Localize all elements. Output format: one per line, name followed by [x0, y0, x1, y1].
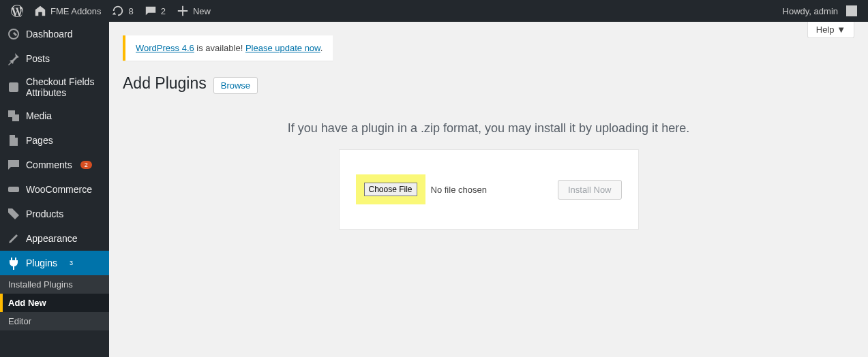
updates-count: 8	[128, 6, 133, 16]
menu-label: Dashboard	[26, 29, 73, 40]
menu-label: Posts	[26, 53, 50, 64]
dashboard-icon	[7, 27, 20, 41]
menu-label: Plugins	[26, 258, 57, 268]
notice-suffix: .	[320, 43, 323, 53]
comments-badge: 2	[80, 161, 92, 169]
media-icon	[7, 109, 20, 123]
menu-woocommerce[interactable]: WooCommerce	[0, 177, 109, 202]
notice-mid: is available!	[194, 43, 245, 53]
new-label: New	[193, 6, 211, 16]
home-icon	[34, 5, 46, 17]
update-now-link[interactable]: Please update now	[245, 43, 320, 53]
menu-pages[interactable]: Pages	[0, 128, 109, 153]
menu-label: WooCommerce	[26, 184, 92, 195]
appearance-icon	[7, 232, 20, 245]
page-header: Add Plugins Browse	[109, 74, 868, 94]
upload-description: If you have a plugin in a .zip format, y…	[123, 121, 854, 136]
menu-comments[interactable]: Comments 2	[0, 153, 109, 177]
plugins-submenu: Installed Plugins Add New Editor	[0, 275, 109, 330]
products-icon	[7, 207, 20, 221]
new-content[interactable]: New	[171, 0, 216, 22]
svg-rect-0	[9, 82, 18, 92]
menu-products[interactable]: Products	[0, 202, 109, 226]
plugins-badge: 3	[65, 259, 77, 267]
woo-icon	[7, 183, 20, 196]
wp-logo[interactable]	[5, 0, 29, 22]
menu-label: Pages	[26, 135, 53, 146]
main-content: Help ▼ WordPress 4.6 is available! Pleas…	[109, 22, 868, 357]
menu-plugins[interactable]: Plugins 3	[0, 251, 109, 275]
generic-icon	[7, 80, 20, 94]
menu-dashboard[interactable]: Dashboard	[0, 22, 109, 46]
update-icon	[112, 5, 124, 17]
my-account[interactable]: Howdy, admin	[777, 0, 863, 22]
site-title: FME Addons	[50, 6, 101, 16]
admin-bar: FME Addons 8 2 New Howdy, admin	[0, 0, 868, 22]
menu-label: Comments	[26, 159, 72, 170]
comments-count: 2	[161, 6, 166, 16]
admin-sidebar: Dashboard Posts Checkout Fields Attribut…	[0, 22, 109, 357]
choose-file-button[interactable]: Choose File	[364, 183, 417, 196]
help-tab[interactable]: Help ▼	[807, 22, 854, 38]
browse-button[interactable]: Browse	[213, 77, 258, 94]
wordpress-icon	[11, 5, 23, 17]
menu-label: Media	[26, 110, 52, 121]
updates[interactable]: 8	[106, 0, 138, 22]
file-status: No file chosen	[431, 185, 487, 195]
pin-icon	[7, 52, 20, 65]
howdy-text: Howdy, admin	[783, 6, 838, 16]
menu-appearance[interactable]: Appearance	[0, 226, 109, 251]
avatar	[846, 5, 857, 16]
upload-card: Choose File No file chosen Install Now	[339, 149, 639, 230]
submenu-addnew[interactable]: Add New	[0, 294, 109, 312]
menu-label: Products	[26, 208, 63, 219]
admin-bar-left: FME Addons 8 2 New	[5, 0, 216, 22]
page-title: Add Plugins	[123, 74, 207, 93]
svg-rect-1	[8, 187, 19, 192]
menu-label: Appearance	[26, 233, 78, 244]
file-input-group: Choose File No file chosen	[356, 174, 487, 204]
page-icon	[7, 134, 20, 147]
menu-checkout[interactable]: Checkout Fields Attributes	[0, 71, 109, 104]
menu-posts[interactable]: Posts	[0, 46, 109, 71]
help-label: Help	[816, 25, 835, 35]
update-notice: WordPress 4.6 is available! Please updat…	[123, 35, 333, 61]
plugin-icon	[7, 256, 20, 270]
submenu-editor[interactable]: Editor	[0, 312, 109, 330]
menu-media[interactable]: Media	[0, 104, 109, 128]
plus-icon	[177, 5, 189, 17]
comment-icon	[7, 158, 20, 172]
comment-icon	[145, 5, 157, 17]
install-now-button[interactable]: Install Now	[558, 180, 622, 200]
comments[interactable]: 2	[139, 0, 171, 22]
menu-label: Checkout Fields Attributes	[26, 76, 102, 98]
wp-version-link[interactable]: WordPress 4.6	[136, 43, 194, 53]
main-wrap: Dashboard Posts Checkout Fields Attribut…	[0, 22, 868, 357]
submenu-installed[interactable]: Installed Plugins	[0, 275, 109, 294]
highlight: Choose File	[356, 174, 425, 204]
site-name[interactable]: FME Addons	[29, 0, 106, 22]
admin-bar-right: Howdy, admin	[777, 0, 863, 22]
